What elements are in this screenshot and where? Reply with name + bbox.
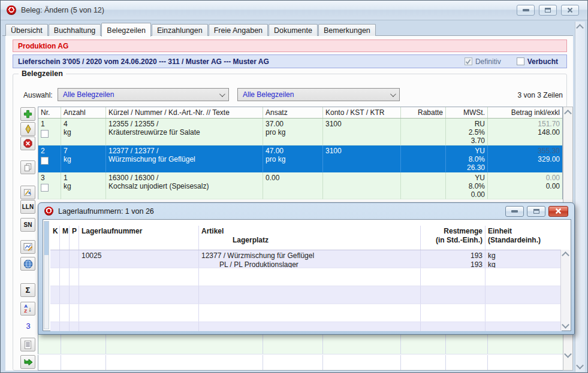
maximize-icon <box>533 209 539 214</box>
document-banner: Lieferschein 3'005 / 2020 vom 24.06.2020… <box>13 54 567 68</box>
tab-einzahlungen[interactable]: Einzahlungen <box>152 24 208 36</box>
popup-content: K M P Lagerlaufnummer ArtikelLagerplatz … <box>43 219 571 331</box>
col-restmenge[interactable]: Restmenge(in Std.-Einh.) <box>421 226 486 250</box>
col-mwst[interactable]: MWSt. <box>446 107 488 118</box>
col-betrag[interactable]: Betrag inkl/exkl <box>488 107 562 118</box>
row-checkbox[interactable] <box>41 157 49 165</box>
popup-table-row[interactable]: 10025 12377 / Würzmischung für GeflügelP… <box>50 250 562 268</box>
popup-maximize-button[interactable] <box>527 206 545 217</box>
lagerlaufnummer-value: 10025 <box>79 250 199 268</box>
scroll-up-icon[interactable] <box>564 110 572 117</box>
document-banner-text: Lieferschein 3'005 / 2020 vom 24.06.2020… <box>18 57 269 66</box>
col-konto[interactable]: Konto / KST / KTR <box>323 107 401 118</box>
table-row-empty[interactable] <box>38 355 563 371</box>
scroll-up-icon[interactable] <box>576 24 584 32</box>
chevron-down-icon <box>390 91 396 97</box>
lagerplatz-value: PL / PL Produktionslager <box>201 260 418 268</box>
verbucht-flag: Verbucht <box>517 57 558 66</box>
popup-header-row: K M P Lagerlaufnummer ArtikelLagerplatz … <box>50 222 562 250</box>
tab-uebersicht[interactable]: Übersicht <box>5 24 48 36</box>
close-icon <box>567 7 573 13</box>
forward-button[interactable] <box>20 355 35 369</box>
col-ansatz[interactable]: Ansatz <box>263 107 323 118</box>
copy-icon <box>23 163 32 172</box>
scroll-down-icon[interactable] <box>564 350 572 358</box>
popup-table-row-empty[interactable] <box>50 304 562 322</box>
table-row[interactable]: 1 4kg 12355 / 12355 /Kräuterstreuwürze f… <box>38 119 562 145</box>
col-kuerzel[interactable]: Kürzel / Nummer / Kd.-Art.-Nr. // Texte <box>106 107 263 118</box>
col-p[interactable]: P <box>70 226 79 250</box>
table-header-row: Nr. Anzahl Kürzel / Nummer / Kd.-Art.-Nr… <box>38 107 562 119</box>
delete-row-button[interactable] <box>20 137 35 150</box>
popup-scrollbar[interactable] <box>560 250 570 330</box>
col-nr[interactable]: Nr. <box>38 107 61 118</box>
table-row-empty[interactable] <box>38 334 563 354</box>
company-banner: Produktion AG <box>13 40 567 52</box>
sn-button[interactable]: SN <box>20 218 35 232</box>
row-checkbox[interactable] <box>41 130 49 138</box>
assign-row-button[interactable] <box>20 186 35 199</box>
app-logo-icon <box>44 207 53 216</box>
main-titlebar: Beleg: Ändern (5 von 12) <box>1 1 588 20</box>
close-button[interactable] <box>561 5 579 16</box>
col-anzahl[interactable]: Anzahl <box>61 107 106 118</box>
tab-dokumente[interactable]: Dokumente <box>269 24 318 36</box>
popup-close-button[interactable] <box>548 206 568 217</box>
popup-table-row-empty[interactable] <box>50 268 562 286</box>
scroll-down-icon[interactable] <box>562 321 569 329</box>
maximize-button[interactable] <box>539 5 557 16</box>
filter-dropdown-1[interactable]: Alle Belegzeilen <box>58 88 229 101</box>
filter-dropdown-2[interactable]: Alle Belegzeilen <box>237 88 400 101</box>
chart-pencil-icon <box>23 242 33 251</box>
col-artikel[interactable]: ArtikelLagerplatz <box>199 226 421 250</box>
tab-buchhaltung[interactable]: Buchhaltung <box>49 24 101 36</box>
belegzeilen-table: Nr. Anzahl Kürzel / Nummer / Kd.-Art.-Nr… <box>38 107 563 199</box>
chart-edit-button[interactable] <box>20 240 35 254</box>
belegzeilen-group-title: Belegzeilen <box>19 69 66 78</box>
tab-freie-angaben[interactable]: Freie Angaben <box>209 24 268 36</box>
tab-bemerkungen[interactable]: Bemerkungen <box>318 24 376 36</box>
definitiv-flag: Definitiv <box>465 57 501 66</box>
globe-button[interactable] <box>20 257 35 271</box>
popup-minimize-button[interactable] <box>505 206 524 217</box>
scrollbar-thumb[interactable] <box>44 222 49 255</box>
table-row[interactable]: 3 1kg 16300 / 16300 /Kochsalz unjodiert … <box>38 172 562 199</box>
col-k[interactable]: K <box>50 226 60 250</box>
sort-az-icon: AZ ↓ <box>24 304 31 314</box>
main-window: Beleg: Ändern (5 von 12) Übersicht Buchh… <box>0 0 588 373</box>
scroll-up-icon[interactable] <box>562 251 569 259</box>
window-scrollbar[interactable] <box>575 22 585 372</box>
popup-left-scrollbar[interactable] <box>44 221 49 329</box>
popup-table-row-empty[interactable] <box>50 286 562 304</box>
window-title: Beleg: Ändern (5 von 12) <box>21 6 104 14</box>
add-row-button[interactable] <box>20 107 35 121</box>
list-button[interactable] <box>20 338 35 351</box>
table-row-selected[interactable]: 2 7kg 12377 / 12377 /Würzmischung für Ge… <box>38 145 562 172</box>
maximize-icon <box>545 8 551 13</box>
check-icon <box>465 59 471 65</box>
filter-dropdown-1-value: Alle Belegzeilen <box>63 90 114 99</box>
popup-title: Lagerlaufnummern: 1 von 26 <box>58 207 154 216</box>
sum-button[interactable]: Σ <box>20 283 35 297</box>
popup-table-row-empty[interactable] <box>50 322 562 331</box>
row-count-text: 3 von 3 Zeilen <box>518 91 563 99</box>
col-lagerlaufnummer[interactable]: Lagerlaufnummer <box>79 226 199 250</box>
lagerlaufnummern-table: K M P Lagerlaufnummer ArtikelLagerplatz … <box>50 222 562 331</box>
edit-row-button[interactable] <box>20 122 35 136</box>
selected-row-counter: 3 <box>22 322 34 330</box>
minimize-icon <box>511 210 518 213</box>
row-checkbox[interactable] <box>41 184 49 192</box>
col-rabatte[interactable]: Rabatte <box>401 107 446 118</box>
sort-button[interactable]: AZ ↓ <box>20 302 35 316</box>
scroll-down-icon[interactable] <box>576 362 584 369</box>
verbucht-label: Verbucht <box>527 57 558 66</box>
tab-belegzeilen[interactable]: Belegzeilen <box>101 23 151 37</box>
lln-button[interactable]: LLN <box>20 200 35 214</box>
copy-row-button[interactable] <box>20 160 35 174</box>
delete-icon <box>23 139 32 148</box>
definitiv-checkbox[interactable] <box>465 57 472 65</box>
minimize-button[interactable] <box>517 5 535 16</box>
verbucht-checkbox[interactable] <box>517 57 524 65</box>
col-m[interactable]: M <box>60 226 70 250</box>
col-einheit[interactable]: Einheit(Standardeinh.) <box>486 226 562 250</box>
